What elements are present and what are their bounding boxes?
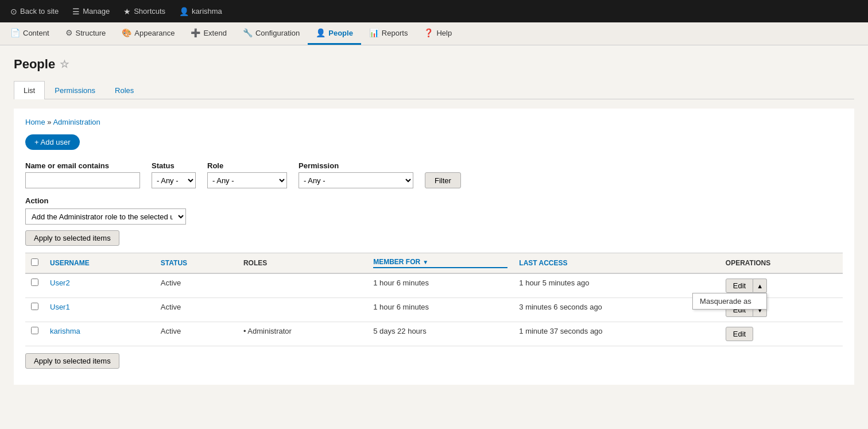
nav-configuration[interactable]: 🔧 Configuration bbox=[235, 22, 308, 45]
back-icon: ⊙ bbox=[10, 7, 17, 16]
table-row: User2 Active 1 hour 6 minutes 1 hour 5 m… bbox=[25, 273, 843, 298]
status-filter-select[interactable]: - Any - Active Blocked bbox=[152, 172, 196, 188]
edit-dropdown-user2[interactable]: ▲ bbox=[753, 279, 767, 293]
nav-people[interactable]: 👤 People bbox=[308, 22, 361, 45]
sort-status[interactable]: STATUS bbox=[161, 259, 232, 267]
tab-permissions[interactable]: Permissions bbox=[45, 81, 105, 99]
row-checkbox-user1[interactable] bbox=[31, 303, 38, 310]
main-panel: Home » Administration + Add user Name or… bbox=[14, 109, 854, 385]
user-table: USERNAME STATUS ROLES MEMBER FOR ▼ bbox=[25, 253, 843, 346]
th-username: USERNAME bbox=[44, 253, 155, 274]
edit-btn-group-user2: Edit ▲ Masquerade as bbox=[726, 279, 767, 293]
permission-filter-group: Permission - Any - bbox=[299, 161, 413, 188]
main-nav: 📄 Content ⚙ Structure 🎨 Appearance ➕ Ext… bbox=[0, 22, 868, 45]
status-filter-group: Status - Any - Active Blocked bbox=[152, 161, 196, 188]
cell-roles-karishma: Administrator bbox=[238, 322, 367, 346]
name-filter-label: Name or email contains bbox=[25, 161, 140, 170]
row-checkbox-user2[interactable] bbox=[31, 279, 38, 286]
row-checkbox-cell-user1 bbox=[25, 298, 44, 322]
tab-list[interactable]: List bbox=[14, 81, 45, 99]
action-select[interactable]: Add the Administrator role to the select… bbox=[25, 208, 186, 225]
edit-button-karishma[interactable]: Edit bbox=[726, 327, 753, 341]
breadcrumb-home[interactable]: Home bbox=[25, 118, 45, 126]
config-icon: 🔧 bbox=[243, 28, 253, 37]
cell-status-user2: Active bbox=[155, 273, 238, 298]
extend-icon: ➕ bbox=[191, 28, 200, 37]
status-filter-label: Status bbox=[152, 161, 196, 170]
bottom-apply-section: Apply to selected items bbox=[25, 353, 843, 376]
nav-appearance[interactable]: 🎨 Appearance bbox=[114, 22, 183, 45]
cell-memberfor-user2: 1 hour 6 minutes bbox=[367, 273, 513, 298]
page-content: People ☆ List Permissions Roles Home » A… bbox=[0, 45, 868, 429]
table-header-row: USERNAME STATUS ROLES MEMBER FOR ▼ bbox=[25, 253, 843, 274]
user-icon: 👤 bbox=[179, 7, 189, 16]
nav-content[interactable]: 📄 Content bbox=[2, 22, 57, 45]
select-all-checkbox[interactable] bbox=[31, 258, 38, 266]
nav-structure[interactable]: ⚙ Structure bbox=[57, 22, 114, 45]
th-operations: OPERATIONS bbox=[720, 253, 843, 274]
sort-arrow-icon: ▼ bbox=[423, 259, 428, 265]
cell-ops-user2: Edit ▲ Masquerade as bbox=[720, 273, 843, 298]
people-icon: 👤 bbox=[316, 28, 326, 37]
permission-filter-label: Permission bbox=[299, 161, 413, 170]
role-filter-group: Role - Any - Administrator Authenticated… bbox=[207, 161, 287, 188]
sort-memberfor[interactable]: MEMBER FOR ▼ bbox=[373, 258, 507, 268]
user-menu[interactable]: 👤 karishma bbox=[173, 0, 228, 22]
page-title-area: People ☆ bbox=[14, 57, 854, 72]
edit-button-user2[interactable]: Edit bbox=[726, 279, 753, 293]
filter-button[interactable]: Filter bbox=[425, 172, 461, 188]
back-to-site[interactable]: ⊙ Back to site bbox=[5, 0, 64, 22]
apply-to-selected-button-top[interactable]: Apply to selected items bbox=[25, 230, 119, 246]
role-filter-label: Role bbox=[207, 161, 287, 170]
manage-menu[interactable]: ☰ Manage bbox=[67, 0, 115, 22]
table-row: karishma Active Administrator 5 days 22 … bbox=[25, 322, 843, 346]
action-label: Action bbox=[25, 196, 843, 205]
permission-filter-select[interactable]: - Any - bbox=[299, 172, 413, 188]
masquerade-as-user2[interactable]: Masquerade as bbox=[693, 293, 766, 309]
shortcuts-menu[interactable]: ★ Shortcuts bbox=[118, 0, 171, 22]
role-filter-select[interactable]: - Any - Administrator Authenticated user bbox=[207, 172, 287, 188]
action-section: Action Add the Administrator role to the… bbox=[25, 196, 843, 253]
user-link-user1[interactable]: User1 bbox=[50, 303, 70, 311]
nav-extend[interactable]: ➕ Extend bbox=[183, 22, 234, 45]
user-link-user2[interactable]: User2 bbox=[50, 279, 70, 287]
name-filter-input[interactable] bbox=[25, 172, 140, 188]
cell-username-user1: User1 bbox=[44, 298, 155, 322]
th-status: STATUS bbox=[155, 253, 238, 274]
row-checkbox-karishma[interactable] bbox=[31, 327, 38, 334]
cell-roles-user1 bbox=[238, 298, 367, 322]
cell-status-user1: Active bbox=[155, 298, 238, 322]
add-user-button[interactable]: + Add user bbox=[25, 134, 80, 150]
user-link-karishma[interactable]: karishma bbox=[50, 327, 80, 335]
tab-roles[interactable]: Roles bbox=[105, 81, 144, 99]
th-roles: ROLES bbox=[238, 253, 367, 274]
breadcrumb: Home » Administration bbox=[25, 118, 843, 126]
cell-memberfor-karishma: 5 days 22 hours bbox=[367, 322, 513, 346]
sort-lastaccess[interactable]: LAST ACCESS bbox=[519, 259, 714, 267]
th-lastaccess: LAST ACCESS bbox=[513, 253, 720, 274]
cell-lastaccess-user2: 1 hour 5 minutes ago bbox=[513, 273, 720, 298]
breadcrumb-admin[interactable]: Administration bbox=[53, 118, 100, 126]
reports-icon: 📊 bbox=[369, 28, 379, 37]
breadcrumb-sep: » bbox=[47, 118, 51, 126]
menu-icon: ☰ bbox=[72, 7, 80, 16]
apply-to-selected-button-bottom[interactable]: Apply to selected items bbox=[25, 353, 119, 369]
cell-memberfor-user1: 1 hour 6 minutes bbox=[367, 298, 513, 322]
action-row: Add the Administrator role to the select… bbox=[25, 208, 843, 225]
name-filter-group: Name or email contains bbox=[25, 161, 140, 188]
cell-roles-user2 bbox=[238, 273, 367, 298]
cell-status-karishma: Active bbox=[155, 322, 238, 346]
nav-reports[interactable]: 📊 Reports bbox=[361, 22, 416, 45]
cell-lastaccess-karishma: 1 minute 37 seconds ago bbox=[513, 322, 720, 346]
help-icon: ❓ bbox=[424, 28, 433, 37]
admin-bar: ⊙ Back to site ☰ Manage ★ Shortcuts 👤 ka… bbox=[0, 0, 868, 22]
row-checkbox-cell-user2 bbox=[25, 273, 44, 298]
content-icon: 📄 bbox=[10, 28, 20, 37]
select-all-header bbox=[25, 253, 44, 274]
sort-username[interactable]: USERNAME bbox=[50, 259, 149, 267]
bookmark-star-icon[interactable]: ☆ bbox=[60, 58, 69, 71]
appearance-icon: 🎨 bbox=[122, 28, 131, 37]
nav-help[interactable]: ❓ Help bbox=[416, 22, 460, 45]
cell-username-karishma: karishma bbox=[44, 322, 155, 346]
tabs: List Permissions Roles bbox=[14, 81, 854, 99]
